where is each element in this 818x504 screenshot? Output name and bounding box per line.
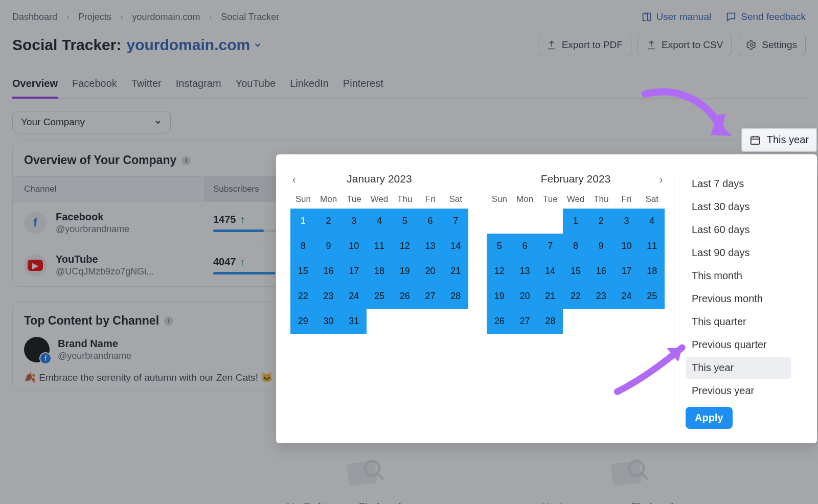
calendar-day[interactable]: 6 — [512, 234, 538, 259]
calendar-months: January 2023‹SunMonTueWedThuFriSat123456… — [290, 173, 665, 429]
apply-button[interactable]: Apply — [686, 407, 733, 429]
preset-previous-year[interactable]: Previous year — [686, 380, 791, 402]
calendar-day[interactable]: 4 — [367, 209, 392, 234]
calendar-day[interactable]: 3 — [341, 209, 367, 234]
preset-this-month[interactable]: This month — [686, 265, 791, 287]
calendar-day[interactable]: 16 — [588, 259, 614, 284]
calendar-grid: 1234567891011121314151617181920212223242… — [487, 209, 665, 334]
calendar-day[interactable]: 13 — [418, 234, 443, 259]
calendar-day[interactable]: 15 — [290, 259, 316, 284]
calendar-icon — [749, 134, 761, 146]
calendar-day[interactable]: 8 — [290, 234, 316, 259]
calendar-day[interactable]: 24 — [614, 284, 640, 309]
preset-column: Last 7 daysLast 30 daysLast 60 daysLast … — [674, 173, 791, 429]
preset-last-90-days[interactable]: Last 90 days — [686, 242, 791, 264]
preset-previous-month[interactable]: Previous month — [686, 288, 791, 310]
calendar-day[interactable]: 17 — [614, 259, 640, 284]
preset-this-year[interactable]: This year — [686, 357, 791, 379]
month-title: February 2023› — [487, 173, 665, 185]
calendar-day[interactable]: 23 — [316, 284, 342, 309]
calendar-day[interactable]: 18 — [367, 259, 392, 284]
calendar-day[interactable]: 12 — [392, 234, 418, 259]
weekday-label: Tue — [537, 194, 563, 204]
calendar-day[interactable]: 17 — [341, 259, 367, 284]
weekday-row: SunMonTueWedThuFriSat — [290, 194, 468, 204]
calendar-day[interactable]: 23 — [588, 284, 614, 309]
calendar-day[interactable]: 14 — [443, 234, 468, 259]
weekday-label: Thu — [588, 194, 614, 204]
calendar-day[interactable]: 9 — [316, 234, 342, 259]
calendar-day[interactable]: 11 — [639, 234, 665, 259]
weekday-label: Sat — [443, 194, 468, 204]
calendar-day[interactable]: 14 — [537, 259, 563, 284]
calendar-day[interactable]: 12 — [487, 259, 512, 284]
calendar-month: January 2023‹SunMonTueWedThuFriSat123456… — [290, 173, 468, 429]
calendar-day[interactable]: 8 — [563, 234, 588, 259]
calendar-day[interactable]: 2 — [588, 209, 614, 234]
calendar-day[interactable]: 15 — [563, 259, 588, 284]
calendar-day-empty — [512, 209, 538, 234]
month-title: January 2023‹ — [290, 173, 468, 185]
calendar-day[interactable]: 5 — [487, 234, 512, 259]
calendar-day[interactable]: 18 — [639, 259, 665, 284]
calendar-day[interactable]: 6 — [418, 209, 443, 234]
weekday-label: Wed — [367, 194, 392, 204]
calendar-day[interactable]: 4 — [639, 209, 665, 234]
calendar-day[interactable]: 25 — [367, 284, 392, 309]
weekday-label: Fri — [614, 194, 640, 204]
calendar-day[interactable]: 28 — [443, 284, 468, 309]
calendar-day[interactable]: 27 — [512, 309, 538, 334]
next-month-button[interactable]: › — [654, 173, 668, 186]
calendar-day[interactable]: 13 — [512, 259, 538, 284]
calendar-day[interactable]: 7 — [443, 209, 468, 234]
calendar-day[interactable]: 19 — [487, 284, 512, 309]
calendar-day[interactable]: 26 — [487, 309, 512, 334]
prev-month-button[interactable]: ‹ — [287, 173, 301, 186]
calendar-day[interactable]: 22 — [290, 284, 316, 309]
calendar-day[interactable]: 9 — [588, 234, 614, 259]
calendar-day[interactable]: 11 — [367, 234, 392, 259]
preset-last-60-days[interactable]: Last 60 days — [686, 219, 791, 241]
calendar-day[interactable]: 1 — [563, 209, 588, 234]
calendar-day[interactable]: 20 — [418, 259, 443, 284]
calendar-day[interactable]: 7 — [537, 234, 563, 259]
weekday-label: Mon — [316, 194, 342, 204]
preset-last-30-days[interactable]: Last 30 days — [686, 196, 791, 218]
weekday-label: Mon — [512, 194, 538, 204]
calendar-day[interactable]: 22 — [563, 284, 588, 309]
weekday-label: Tue — [341, 194, 367, 204]
calendar-day[interactable]: 30 — [316, 309, 342, 334]
calendar-day[interactable]: 19 — [392, 259, 418, 284]
calendar-day[interactable]: 10 — [341, 234, 367, 259]
calendar-day[interactable]: 24 — [341, 284, 367, 309]
calendar-month: February 2023›SunMonTueWedThuFriSat12345… — [487, 173, 665, 429]
calendar-day[interactable]: 1 — [290, 209, 316, 234]
calendar-day[interactable]: 3 — [614, 209, 640, 234]
calendar-day[interactable]: 29 — [290, 309, 316, 334]
calendar-day[interactable]: 10 — [614, 234, 640, 259]
date-range-toggle[interactable]: This year — [741, 128, 817, 152]
calendar-day-empty — [487, 209, 512, 234]
preset-last-7-days[interactable]: Last 7 days — [686, 173, 791, 195]
weekday-label: Sun — [487, 194, 512, 204]
calendar-day[interactable]: 2 — [316, 209, 342, 234]
calendar-day[interactable]: 16 — [316, 259, 342, 284]
calendar-day[interactable]: 5 — [392, 209, 418, 234]
weekday-label: Sat — [639, 194, 665, 204]
calendar-day[interactable]: 21 — [443, 259, 468, 284]
date-range-label: This year — [767, 134, 809, 146]
calendar-day[interactable]: 26 — [392, 284, 418, 309]
weekday-label: Fri — [418, 194, 443, 204]
calendar-day[interactable]: 31 — [341, 309, 367, 334]
calendar-day[interactable]: 21 — [537, 284, 563, 309]
calendar-day[interactable]: 28 — [537, 309, 563, 334]
calendar-day[interactable]: 25 — [639, 284, 665, 309]
calendar-grid: 1234567891011121314151617181920212223242… — [290, 209, 468, 334]
calendar-day[interactable]: 27 — [418, 284, 443, 309]
weekday-label: Sun — [290, 194, 316, 204]
calendar-day-empty — [537, 209, 563, 234]
preset-this-quarter[interactable]: This quarter — [686, 311, 791, 333]
weekday-row: SunMonTueWedThuFriSat — [487, 194, 665, 204]
preset-previous-quarter[interactable]: Previous quarter — [686, 334, 791, 356]
calendar-day[interactable]: 20 — [512, 284, 538, 309]
